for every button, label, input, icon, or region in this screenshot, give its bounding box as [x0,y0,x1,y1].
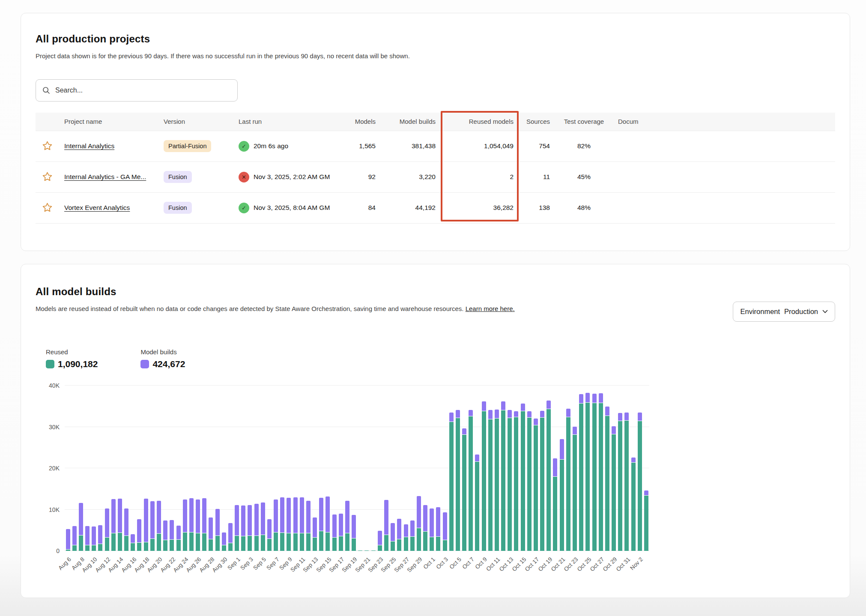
stacked-bar [339,514,343,551]
chart-day: Sep 1 [233,386,240,551]
chart-day [305,386,311,551]
model-builds-segment [215,509,220,536]
stacked-bar [644,490,648,551]
x-axis-label: Oct 21 [550,556,567,573]
chart-day: Oct 3 [442,386,448,551]
stacked-bar [202,498,206,551]
model-builds-segment [644,490,648,495]
model-builds-segment [560,439,564,459]
favorite-star-button[interactable] [41,170,54,183]
reused-segment [560,460,564,551]
chart-day [539,386,546,551]
model-builds-segment [241,505,245,536]
stacked-bar [196,499,200,551]
stacked-bar [566,409,570,551]
reused-segment [514,417,518,551]
learn-more-link[interactable]: Learn more here. [466,305,515,312]
model-builds-segment [553,458,557,476]
model-builds-segment [202,498,206,532]
project-name-link[interactable]: Internal Analytics [64,142,114,150]
reused-segment [124,536,128,551]
sources-cell: 138 [519,192,555,223]
star-icon [42,202,53,213]
y-axis-tick: 30K [38,424,60,431]
model-builds-segment [261,502,265,535]
chart-day: Sep 25 [390,386,396,551]
stacked-bar [215,509,220,551]
stacked-bar [72,526,77,551]
model-builds-segment [449,413,454,422]
stacked-bar [534,419,538,551]
model-builds-segment [313,517,317,537]
reused-segment [462,435,466,551]
chart-day: Aug 10 [91,386,97,551]
project-name-link[interactable]: Vortex Event Analytics [64,204,130,211]
stacked-bar [79,503,83,551]
reused-segment [540,418,544,551]
model-builds-segment [462,428,466,434]
legend-item-reused: Reused 1,090,182 [46,348,98,369]
model-builds-segment [469,410,473,416]
model-builds-segment [105,508,109,538]
chart-day: Sep 13 [312,386,318,551]
search-input[interactable] [55,87,231,94]
stacked-bar [92,526,96,551]
reused-segment [391,541,395,551]
model-builds-segment [534,419,538,425]
model-builds-segment [352,515,356,538]
reused-segment [443,540,447,551]
model-builds-cell: 381,438 [381,131,441,161]
stacked-bar [325,496,330,551]
model-builds-segment [183,499,187,532]
reused-segment [456,418,460,551]
reused-segment [267,539,272,551]
project-name-link[interactable]: Internal Analytics - GA Me... [64,173,146,180]
reused-segment [274,532,278,551]
y-axis-tick: 10K [38,506,60,513]
projects-card-subtitle: Project data shown is for the previous 9… [36,52,835,60]
version-cell: Fusion [158,161,233,192]
model-builds-segment [592,394,597,402]
favorite-star-button[interactable] [41,139,54,153]
stacked-bar [228,523,233,551]
last-run: ✓20m 6s ago [239,131,336,161]
stacked-bar [300,497,304,551]
stacked-bar [391,523,395,551]
legend-value: 424,672 [152,359,185,369]
stacked-bar [553,458,557,551]
stacked-bar [280,497,284,551]
chart-day [123,386,130,551]
stacked-bar [189,498,194,551]
model-builds-swatch-icon [140,360,149,368]
chart-day [383,386,389,551]
last-run-cell: ✓Nov 3, 2025, 8:04 AM GM [233,192,341,223]
last-run: ✕Nov 3, 2025, 2:02 AM GM [239,162,336,192]
production-projects-card: All production projects Project data sho… [21,13,850,251]
sources-cell: 754 [519,131,555,161]
chart-day [240,386,247,551]
chart-day: Aug 8 [78,386,84,551]
reused-segment [339,536,343,551]
reused-segment [404,537,408,551]
model-builds-segment [287,498,291,532]
model-builds-segment [638,413,642,421]
model-builds-segment [66,529,70,549]
favorite-star-button[interactable] [41,201,54,214]
reused-segment [325,532,330,551]
environment-select[interactable]: Environment Production [733,302,835,322]
project-search[interactable] [36,79,238,102]
model-builds-segment [92,526,96,545]
reused-segment [573,435,577,551]
chart-day [409,386,415,551]
stacked-bar [423,505,427,551]
reused-segment [534,425,538,551]
chart-day: Sep 19 [351,386,357,551]
reused-segment [508,418,512,551]
stacked-bar [397,519,401,551]
chart-day: Oct 17 [532,386,539,551]
chart-day [71,386,78,551]
model-builds-segment [546,401,551,409]
reused-segment [358,550,362,551]
model-builds-segment [482,401,486,411]
stacked-bar [508,410,512,551]
